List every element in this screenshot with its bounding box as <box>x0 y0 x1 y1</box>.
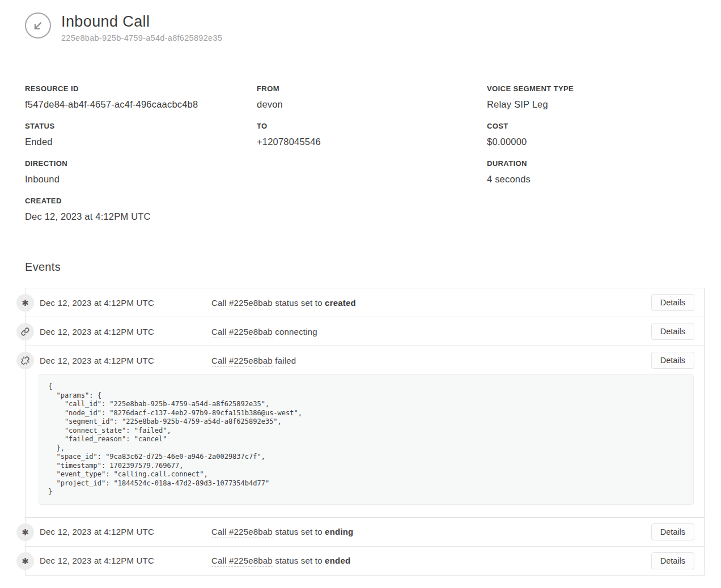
detail-label: VOICE SEGMENT TYPE <box>487 84 705 93</box>
event-status: ending <box>325 527 353 536</box>
detail-value: Ended <box>25 137 257 147</box>
call-link[interactable]: Call #225e8bab <box>211 527 273 538</box>
call-id-subtitle: 225e8bab-925b-4759-a54d-a8f625892e35 <box>61 33 222 42</box>
event-status: created <box>325 298 356 308</box>
call-detail-page: Inbound Call 225e8bab-925b-4759-a54d-a8f… <box>0 0 721 576</box>
event-timestamp: Dec 12, 2023 at 4:12PM UTC <box>40 298 211 308</box>
event-row-failed: Dec 12, 2023 at 4:12PM UTC Call #225e8ba… <box>26 346 704 518</box>
details-button[interactable]: Details <box>651 523 694 540</box>
detail-value: Inbound <box>25 174 257 185</box>
detail-value: Dec 12, 2023 at 4:12PM UTC <box>25 211 257 222</box>
event-row-connecting: Dec 12, 2023 at 4:12PM UTC Call #225e8ba… <box>26 317 704 346</box>
unlink-icon <box>16 352 34 369</box>
detail-label: CREATED <box>25 197 257 205</box>
detail-label: TO <box>257 122 487 130</box>
event-row-main: ✱ Dec 12, 2023 at 4:12PM UTC Call #225e8… <box>26 288 704 317</box>
detail-voice-segment-type: VOICE SEGMENT TYPE Relay SIP Leg <box>487 84 705 110</box>
detail-label: COST <box>487 122 705 130</box>
asterisk-icon: ✱ <box>16 523 34 541</box>
event-timestamp: Dec 12, 2023 at 4:12PM UTC <box>40 527 211 536</box>
event-row-main: Dec 12, 2023 at 4:12PM UTC Call #225e8ba… <box>26 346 704 374</box>
call-link[interactable]: Call #225e8bab <box>211 556 273 567</box>
event-description: Call #225e8bab status set to ending <box>211 527 651 536</box>
event-text: status set to <box>273 298 325 308</box>
details-button[interactable]: Details <box>651 352 694 369</box>
event-row-ended: ✱ Dec 12, 2023 at 4:12PM UTC Call #225e8… <box>26 547 704 575</box>
event-timestamp: Dec 12, 2023 at 4:12PM UTC <box>40 327 211 336</box>
details-button[interactable]: Details <box>651 294 694 311</box>
detail-created: CREATED Dec 12, 2023 at 4:12PM UTC <box>25 197 257 222</box>
page-header: Inbound Call 225e8bab-925b-4759-a54d-a8f… <box>25 12 705 42</box>
event-description: Call #225e8bab status set to ended <box>211 556 651 565</box>
detail-from: FROM devon <box>257 84 487 110</box>
event-row-main: ✱ Dec 12, 2023 at 4:12PM UTC Call #225e8… <box>26 518 704 546</box>
asterisk-icon: ✱ <box>16 294 34 312</box>
details-button[interactable]: Details <box>651 552 694 569</box>
call-details-grid: RESOURCE ID f547de84-ab4f-4657-ac4f-496c… <box>25 84 705 222</box>
events-list: ✱ Dec 12, 2023 at 4:12PM UTC Call #225e8… <box>25 288 705 576</box>
detail-value: f547de84-ab4f-4657-ac4f-496caacbc4b8 <box>25 99 257 110</box>
event-description: Call #225e8bab failed <box>211 356 651 365</box>
detail-status: STATUS Ended <box>25 122 257 147</box>
detail-direction: DIRECTION Inbound <box>25 159 257 185</box>
detail-label: DURATION <box>487 159 705 168</box>
event-timestamp: Dec 12, 2023 at 4:12PM UTC <box>40 356 211 365</box>
event-description: Call #225e8bab status set to created <box>211 298 651 308</box>
call-link[interactable]: Call #225e8bab <box>211 356 273 367</box>
detail-label: DIRECTION <box>25 159 257 168</box>
detail-label: RESOURCE ID <box>25 84 257 93</box>
detail-value: devon <box>257 99 487 110</box>
detail-label: FROM <box>257 84 487 93</box>
event-row-main: Dec 12, 2023 at 4:12PM UTC Call #225e8ba… <box>26 317 704 346</box>
event-text: connecting <box>273 327 317 336</box>
event-description: Call #225e8bab connecting <box>211 327 651 336</box>
header-text: Inbound Call 225e8bab-925b-4759-a54d-a8f… <box>61 12 222 42</box>
event-text: status set to <box>273 556 325 565</box>
details-button[interactable]: Details <box>651 323 694 340</box>
detail-cost: COST $0.00000 <box>487 122 705 147</box>
event-text: status set to <box>273 527 325 536</box>
event-row-created: ✱ Dec 12, 2023 at 4:12PM UTC Call #225e8… <box>26 288 704 317</box>
inbound-call-icon <box>25 12 51 39</box>
page-title: Inbound Call <box>61 12 222 31</box>
event-status: ended <box>325 556 350 565</box>
event-row-ending: ✱ Dec 12, 2023 at 4:12PM UTC Call #225e8… <box>26 518 704 547</box>
detail-duration: DURATION 4 seconds <box>487 159 705 185</box>
link-icon <box>16 323 34 340</box>
detail-value: Relay SIP Leg <box>487 99 705 110</box>
event-payload-json: { "params": { "call_id": "225e8bab-925b-… <box>39 374 694 505</box>
event-row-main: ✱ Dec 12, 2023 at 4:12PM UTC Call #225e8… <box>26 547 704 575</box>
event-text: failed <box>273 356 296 365</box>
events-heading: Events <box>25 261 705 274</box>
call-link[interactable]: Call #225e8bab <box>211 327 273 338</box>
detail-value: +12078045546 <box>257 137 487 147</box>
detail-value: 4 seconds <box>487 174 705 185</box>
asterisk-icon: ✱ <box>16 552 34 570</box>
detail-label: STATUS <box>25 122 257 130</box>
detail-to: TO +12078045546 <box>257 122 487 147</box>
call-link[interactable]: Call #225e8bab <box>211 298 273 309</box>
event-timestamp: Dec 12, 2023 at 4:12PM UTC <box>40 556 211 565</box>
detail-value: $0.00000 <box>487 137 705 147</box>
detail-resource-id: RESOURCE ID f547de84-ab4f-4657-ac4f-496c… <box>25 84 257 110</box>
